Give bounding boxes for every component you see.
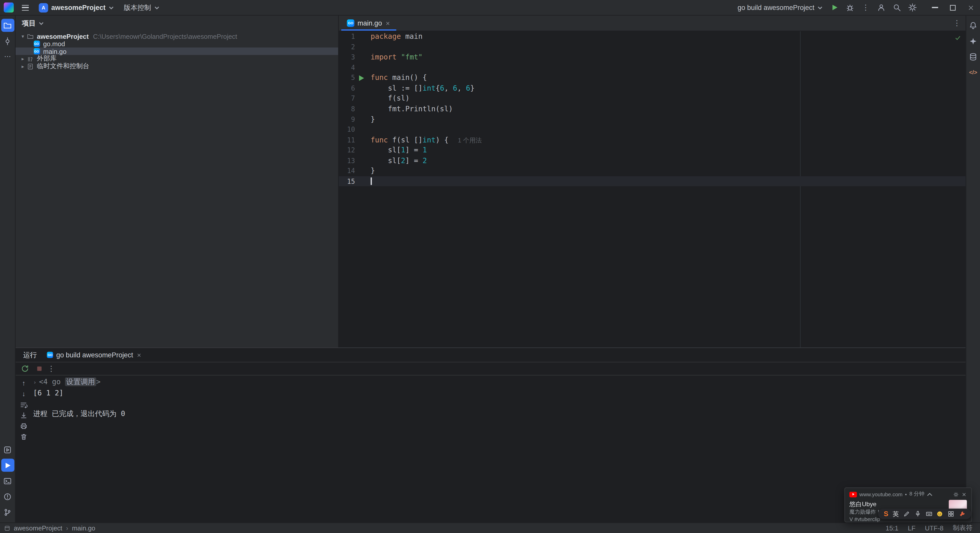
- emoji-icon[interactable]: [936, 511, 943, 517]
- chevron-right-icon[interactable]: ▸: [19, 56, 26, 62]
- code-line-6[interactable]: 6 sl := []int{6, 6, 6}: [339, 83, 966, 94]
- run-config-selector[interactable]: go build awesomeProject: [734, 0, 826, 14]
- run-tab[interactable]: GO go build awesomeProject: [47, 351, 142, 359]
- rerun-icon[interactable]: [19, 363, 31, 375]
- stop-icon[interactable]: [33, 363, 46, 375]
- chevron-down-icon[interactable]: ▾: [19, 33, 26, 39]
- tree-item--[interactable]: ▸临时文件和控制台: [16, 62, 338, 70]
- code-line-3[interactable]: 3import "fmt": [339, 52, 966, 62]
- tool-terminal-icon[interactable]: [1, 474, 14, 487]
- gutter: [355, 176, 368, 186]
- code-line-12[interactable]: 12 sl[1] = 1: [339, 145, 966, 156]
- folded-region[interactable]: 设置调用: [65, 377, 96, 386]
- toast-header: www.youtube.com • 8 分钟: [850, 491, 967, 498]
- code-line-9[interactable]: 9}: [339, 114, 966, 124]
- more-actions-icon[interactable]: ⋮: [858, 0, 873, 15]
- grid-icon[interactable]: [948, 511, 955, 517]
- tool-more-icon[interactable]: ⋯: [1, 50, 14, 63]
- main-menu-icon[interactable]: [18, 0, 33, 15]
- inspections-ok-icon[interactable]: [955, 35, 961, 41]
- debug-button[interactable]: [842, 0, 858, 15]
- tool-ai-icon[interactable]: [966, 35, 980, 48]
- code-line-2[interactable]: 2: [339, 41, 966, 52]
- run-button[interactable]: [827, 0, 842, 15]
- project-selector[interactable]: A awesomeProject: [35, 0, 118, 14]
- keyboard-icon[interactable]: [925, 511, 932, 517]
- console-left-toolbar: ↑ ↓: [16, 375, 32, 522]
- line-number: 3: [339, 52, 355, 62]
- tool-problems-icon[interactable]: [1, 490, 14, 503]
- tree-item--[interactable]: ▸外部库: [16, 55, 338, 62]
- tool-database-icon[interactable]: [966, 50, 980, 63]
- status-line-separator[interactable]: LF: [908, 524, 915, 532]
- sogou-logo-icon[interactable]: S: [884, 511, 888, 517]
- code-line-14[interactable]: 14}: [339, 165, 966, 176]
- console-output[interactable]: ›<4 go 设置调用>[6 1 2] 进程 已完成，退出代码为 0: [32, 375, 966, 522]
- tree-item-awesomeproject[interactable]: ▾awesomeProjectC:\Users\meowr\GolandProj…: [16, 32, 338, 40]
- chevron-up-icon[interactable]: [927, 492, 932, 497]
- user-icon[interactable]: [874, 0, 889, 15]
- run-tool-window: 运行 GO go build awesomeProject ⋮: [16, 347, 966, 522]
- editor-tab-main-go[interactable]: GO main.go: [341, 16, 396, 31]
- print-icon[interactable]: [18, 421, 29, 431]
- toast-close-icon[interactable]: [961, 492, 967, 497]
- tool-run-icon[interactable]: [1, 459, 14, 472]
- scroll-to-end-icon[interactable]: [18, 410, 29, 420]
- vcs-label: 版本控制: [124, 3, 151, 12]
- maximize-button[interactable]: [944, 0, 962, 15]
- console-folded-line[interactable]: ›<4 go 设置调用>: [33, 377, 966, 388]
- toast-settings-gear-icon[interactable]: [953, 492, 959, 497]
- goland-logo-icon: [4, 3, 14, 13]
- tree-item-main-go[interactable]: GOmain.go: [16, 48, 338, 55]
- tool-services-icon[interactable]: [1, 443, 14, 456]
- vcs-widget[interactable]: 版本控制: [120, 0, 163, 14]
- run-toolbar: ⋮: [16, 362, 966, 375]
- chevron-right-icon[interactable]: ▸: [19, 63, 26, 69]
- console-more-icon[interactable]: ⋮: [48, 365, 55, 372]
- close-button[interactable]: [962, 0, 980, 15]
- fold-chevron-icon[interactable]: ›: [33, 379, 37, 385]
- clear-icon[interactable]: [18, 432, 29, 441]
- tool-endpoints-icon[interactable]: </>: [966, 65, 980, 79]
- editor-options-icon[interactable]: ⋮: [953, 19, 961, 27]
- breadcrumb-file[interactable]: main.go: [72, 524, 95, 532]
- code-line-1[interactable]: 1package main: [339, 31, 966, 41]
- soft-wrap-icon[interactable]: [18, 400, 29, 409]
- code-text: [368, 62, 371, 73]
- code-line-13[interactable]: 13 sl[2] = 2: [339, 156, 966, 166]
- code-line-5[interactable]: 5func main() {: [339, 73, 966, 83]
- tree-item-go-mod[interactable]: GOgo.mod: [16, 40, 338, 48]
- tool-commit-icon[interactable]: [1, 35, 14, 48]
- project-panel-header[interactable]: 项目: [16, 16, 338, 31]
- ime-toolbar[interactable]: S 英: [878, 509, 971, 519]
- close-tab-icon[interactable]: [385, 21, 391, 26]
- breadcrumb-project[interactable]: awesomeProject: [14, 524, 62, 532]
- minimize-button[interactable]: [926, 0, 944, 15]
- status-indent[interactable]: 制表符: [953, 523, 973, 532]
- run-gutter-icon[interactable]: [355, 73, 368, 83]
- code-line-8[interactable]: 8 fmt.Println(sl): [339, 103, 966, 114]
- settings-gear-icon[interactable]: [905, 0, 920, 15]
- code-line-7[interactable]: 7 f(sl): [339, 94, 966, 104]
- line-number: 4: [339, 62, 355, 73]
- ime-mode-english[interactable]: 英: [893, 511, 899, 517]
- code-text: }: [368, 114, 375, 124]
- close-tab-icon[interactable]: [136, 352, 142, 358]
- pen-icon[interactable]: [903, 511, 910, 517]
- status-encoding[interactable]: UTF-8: [925, 524, 943, 532]
- status-caret-position[interactable]: 15:1: [886, 524, 898, 532]
- mic-icon[interactable]: [914, 511, 921, 517]
- code-line-10[interactable]: 10: [339, 124, 966, 135]
- search-icon[interactable]: [889, 0, 904, 15]
- tool-vcs-icon[interactable]: [1, 506, 14, 519]
- wrench-icon[interactable]: [959, 511, 966, 517]
- next-occurrence-icon[interactable]: ↓: [18, 389, 29, 399]
- project-name: awesomeProject: [51, 4, 106, 11]
- prev-occurrence-icon[interactable]: ↑: [18, 379, 29, 388]
- code-line-11[interactable]: 11func f(sl []int) { 1 个用法: [339, 135, 966, 145]
- code-editor[interactable]: 1package main23import "fmt"45func main()…: [339, 31, 966, 347]
- tool-bell-icon[interactable]: [966, 19, 980, 32]
- code-line-15[interactable]: 15: [339, 176, 966, 186]
- code-line-4[interactable]: 4: [339, 62, 966, 73]
- tool-project-icon[interactable]: [1, 19, 14, 32]
